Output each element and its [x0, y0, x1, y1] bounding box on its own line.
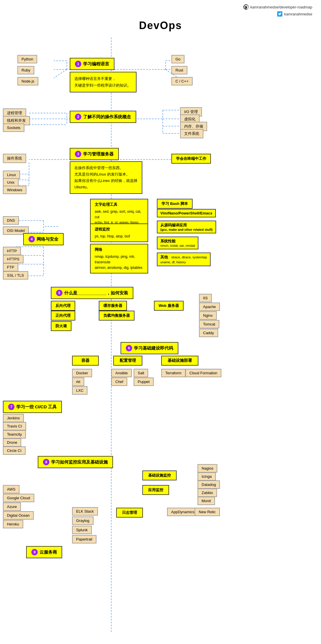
s5-num: 5 — [56, 290, 62, 296]
datadog-node: Datadog — [198, 480, 220, 489]
rkt-node: rkt — [72, 378, 84, 386]
ssl-node: SSL / TLS — [3, 271, 28, 280]
nagios-node: Nagios — [198, 464, 217, 473]
other-node: 其他 strace, dtrace, systemtapuname, df, h… — [157, 253, 211, 266]
s1-desc-line2: 关键是学到一些程序设计的知识。 — [74, 83, 131, 87]
vim-node: Vim/Nano/PowerShell/Emacs — [157, 209, 216, 217]
network-title: 网络 — [95, 247, 144, 253]
cache-server-node: 缓存服务器 — [99, 301, 127, 311]
perf-desc: nmon, iostat, sar, vmstat — [160, 244, 195, 247]
map-container: Python Ruby Node.js 1 学习编程语言 选择哪种语言并不重要，… — [0, 37, 321, 644]
unix-node: Unix — [3, 178, 19, 187]
zabbix-node: Zabbix — [198, 489, 217, 497]
perf-title: 系统性能 — [160, 239, 195, 244]
log-label: 日志管理 — [116, 508, 143, 518]
rust-node: Rust — [171, 66, 187, 74]
terraform-node: Terraform — [161, 369, 186, 377]
bash-node: 学习 Bash 脚本 — [157, 199, 193, 209]
github-text: kamranahmedse/developer-roadmap — [250, 5, 312, 9]
apache-node: Apache — [199, 303, 220, 311]
compile-title: 从源码编译应用 — [160, 223, 213, 228]
gcloud-node: Google Cloud — [3, 494, 34, 502]
reverse-proxy-node: 反向代理 — [51, 301, 75, 311]
ansible-node: Ansible — [111, 369, 132, 377]
s9-title: 云服务商 — [40, 550, 57, 555]
papertrail-node: Papertrail — [72, 535, 96, 543]
load-balancer-node: 负载均衡服务器 — [99, 311, 135, 321]
teamcity-node: Teamcity — [3, 430, 26, 439]
firewall-node: 防火墙 — [51, 321, 71, 331]
s9-header: 9 云服务商 — [26, 546, 62, 558]
nginx-node: Nginx — [199, 311, 217, 320]
terminal-node: 学会在终端中工作 — [171, 154, 211, 164]
app-monitor-label: 应用监控 — [142, 485, 169, 495]
process-monitor-box: 进程监控 ps, top, htop, atop, lsof — [90, 223, 148, 242]
graylog-node: Graylog — [72, 516, 94, 525]
ruby-node: Ruby — [17, 66, 34, 74]
caddy-node: Caddy — [199, 329, 218, 337]
github-link[interactable]: kamranahmedse/developer-roadmap — [243, 4, 312, 10]
iis-node: IIS — [199, 294, 212, 302]
os-label-node: 操作系统 — [3, 154, 26, 163]
s2-title: 了解不同的操作系统概念 — [83, 114, 131, 120]
twitter-link[interactable]: kamranahmedse — [277, 11, 312, 17]
linux-node: Linux — [3, 171, 20, 179]
s3-desc2: 尤其是任何的Linux 的发行版本。 — [74, 171, 138, 178]
heroku-node: Heroku — [3, 520, 23, 528]
circleci-node: Circle CI — [3, 446, 26, 455]
s1-header: 1 学习编程语言 — [70, 58, 114, 70]
salt-node: Salt — [134, 369, 148, 377]
s6-title: 学习基础建设即代码 — [134, 346, 173, 351]
s3-desc1: 在操作系统中管理一些东西。 — [74, 165, 138, 171]
jenkins-node: Jenkins — [3, 414, 24, 422]
process-monitor-desc: ps, top, htop, atop, lsof — [95, 234, 144, 239]
splunk-node: Splunk — [72, 526, 92, 534]
other-title: 其他 — [160, 255, 168, 259]
process-monitor-title: 进程监控 — [95, 226, 144, 232]
s2-header: 2 了解不同的操作系统概念 — [70, 111, 136, 123]
s1-desc: 选择哪种语言并不重要， 关键是学到一些程序设计的知识。 — [70, 72, 137, 92]
drone-node: Drone — [3, 438, 21, 447]
puppet-node: Puppet — [134, 378, 154, 386]
s1-num: 1 — [75, 61, 81, 67]
infra-monitor-label: 基础设施监控 — [142, 471, 177, 480]
sockets-node: Sockets — [3, 124, 24, 132]
docker-node: Docker — [72, 369, 92, 377]
s9-num: 9 — [31, 549, 38, 555]
header: kamranahmedse/developer-roadmap kamranah… — [0, 0, 321, 17]
nodejs-node: Node.js — [17, 77, 38, 85]
s3-title: 学习管理服务器 — [83, 151, 114, 157]
s7-num: 7 — [8, 404, 15, 410]
twitter-icon — [277, 11, 282, 17]
go-node: Go — [171, 55, 184, 63]
tomcat-node: Tomcat — [199, 320, 219, 328]
s6-header: 6 学习基础建设即代码 — [121, 342, 178, 354]
monit-node: Monit — [198, 497, 215, 505]
s4-title: 网络与安全 — [37, 237, 58, 242]
s2-num: 2 — [75, 114, 81, 120]
elk-node: ELK Stack — [72, 507, 98, 516]
chef-node: Chef — [111, 378, 127, 386]
network-desc: nmap, tcpdump, ping, mtr, tracerouteairm… — [95, 254, 144, 271]
lxc-node: LXC — [72, 386, 87, 395]
s5-header: 5 什么是____________，如何安装 — [51, 287, 133, 299]
s4-num: 4 — [28, 236, 35, 242]
azure-node: Azure — [3, 502, 21, 511]
svg-line-7 — [54, 69, 67, 78]
s8-num: 8 — [43, 459, 49, 465]
main-title: DevOps — [0, 19, 321, 32]
network-tools-box: 网络 nmap, tcpdump, ping, mtr, traceroutea… — [90, 244, 148, 273]
compile-node: 从源码编译应用 (gcc, make and other related stu… — [157, 221, 216, 233]
s1-title: 学习编程语言 — [83, 61, 109, 67]
s7-title: 学习一些 CI/CD 工具 — [16, 404, 57, 410]
github-icon — [243, 4, 249, 10]
https-node: HTTPS — [3, 255, 24, 263]
icinga-node: Icinga — [198, 472, 216, 481]
s8-header: 8 学习如何监控应用及基础设施 — [38, 456, 113, 468]
s4-header: 4 网络与安全 — [23, 233, 64, 245]
cloudformation-node: Cloud Formation — [185, 369, 221, 377]
forward-proxy-node: 正向代理 — [51, 311, 75, 321]
s8-title: 学习如何监控应用及基础设施 — [51, 459, 108, 465]
ftp-node: FTP — [3, 263, 18, 271]
fs-node: 文件系统 — [180, 129, 203, 138]
